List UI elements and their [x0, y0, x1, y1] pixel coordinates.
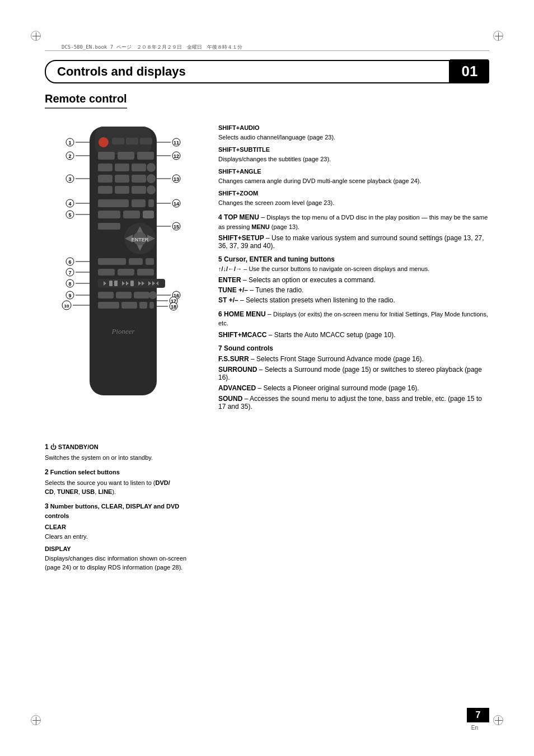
line-label: LINE	[98, 488, 112, 495]
desc-dash-6: –	[268, 310, 273, 318]
arrow-text: – Use the cursor buttons to navigate on-…	[242, 265, 429, 272]
svg-rect-54	[116, 292, 132, 298]
shift-zoom: SHIFT+ZOOM Changes the screen zoom level…	[218, 189, 489, 207]
svg-rect-5	[140, 138, 152, 144]
svg-text:2: 2	[68, 153, 71, 159]
svg-text:10: 10	[64, 304, 69, 309]
left-descriptions: 1 ⏻ STANDBY/ON Switches the system on or…	[45, 442, 202, 572]
cross-br	[495, 717, 503, 725]
desc-title-5: Cursor, ENTER and tuning buttons	[224, 255, 335, 263]
header-bar	[45, 50, 489, 51]
svg-text:15: 15	[174, 224, 179, 230]
fssurr-title: F.S.SURR	[218, 355, 249, 363]
svg-rect-25	[123, 211, 140, 218]
desc-item-4: 4 TOP MENU – Displays the top menu of a …	[218, 213, 489, 250]
main-content: Remote control	[45, 92, 489, 711]
desc-item-3: 3 Number buttons, CLEAR, DISPLAY and DVD…	[45, 501, 202, 572]
desc-title-6: HOME MENU	[224, 310, 266, 318]
svg-text:18: 18	[171, 304, 176, 310]
svg-rect-59	[139, 302, 147, 309]
shift-zoom-title: SHIFT+ZOOM	[218, 190, 258, 197]
shift-angle-text: Changes camera angle during DVD multi-an…	[218, 178, 421, 184]
svg-rect-13	[98, 175, 113, 183]
svg-text:4: 4	[68, 201, 71, 207]
mcacc-text: Starts the Auto MCACC setup (page 10).	[274, 331, 396, 339]
svg-text:5: 5	[68, 212, 71, 218]
svg-text:11: 11	[174, 140, 179, 146]
enter-text: Selects an option or executes a command.	[249, 276, 376, 284]
svg-rect-9	[98, 164, 113, 171]
svg-rect-11	[132, 164, 146, 171]
desc-text-1: Switches the system on or into standby.	[45, 453, 202, 463]
svg-rect-14	[115, 175, 129, 183]
display-title: DISPLAY	[45, 544, 202, 554]
sub-item-surround: SURROUND – Selects a Surround mode (page…	[218, 366, 489, 381]
section-title: Remote control	[45, 92, 127, 109]
desc-number-6: 6	[218, 310, 222, 318]
clear-title: CLEAR	[45, 522, 202, 532]
desc-item-5: 5 Cursor, ENTER and tuning buttons ↑/↓/←…	[218, 255, 489, 304]
svg-point-2	[99, 137, 109, 147]
shift-audio-text: Selects audio channel/language (page 23)…	[218, 134, 335, 141]
sub-item-tune: TUNE +/– – Tunes the radio.	[218, 286, 489, 294]
svg-rect-39	[118, 269, 134, 276]
page-number: 7	[467, 708, 489, 722]
desc-item-6: 6 HOME MENU – Displays (or exits) the on…	[218, 310, 489, 339]
svg-rect-40	[137, 269, 154, 276]
sound-dash: –	[245, 395, 250, 403]
arrows-label: ↑/↓/←/→	[218, 265, 242, 272]
remote-svg: ENTER	[59, 121, 188, 435]
chapter-header: Controls and displays 01	[45, 59, 489, 83]
desc-number-4: 4	[218, 213, 222, 221]
two-col-layout: ENTER	[45, 121, 489, 577]
sub-item-st: ST +/– – Selects station presets when li…	[218, 296, 489, 304]
svg-rect-10	[115, 164, 129, 171]
usb-label: USB	[82, 488, 95, 495]
advanced-dash: –	[257, 384, 263, 392]
svg-rect-27	[98, 223, 120, 230]
desc-number-5: 5	[218, 255, 222, 263]
shift-subtitle-title: SHIFT+SUBTITLE	[218, 146, 270, 153]
shift-angle-title: SHIFT+ANGLE	[218, 168, 261, 175]
left-column: ENTER	[45, 121, 202, 577]
chapter-title: Controls and displays	[57, 64, 186, 78]
svg-rect-57	[98, 302, 119, 309]
svg-text:14: 14	[174, 201, 179, 207]
svg-point-56	[149, 291, 157, 299]
desc-number-3: 3	[45, 502, 49, 510]
desc-title-3: Number buttons, CLEAR, DISPLAY and DVD c…	[45, 503, 179, 519]
desc-item-1: 1 ⏻ STANDBY/ON Switches the system on or…	[45, 442, 202, 463]
svg-rect-18	[115, 186, 129, 194]
desc-item-7: 7 Sound controls F.S.SURR – Selects Fron…	[218, 344, 489, 410]
shift-angle: SHIFT+ANGLE Changes camera angle during …	[218, 167, 489, 185]
chapter-number: 01	[450, 59, 489, 83]
shift-audio: SHIFT+AUDIO Selects audio channel/langua…	[218, 123, 489, 142]
shift-subtitle: SHIFT+SUBTITLE Displays/changes the subt…	[218, 145, 489, 164]
st-title: ST +/–	[218, 296, 238, 304]
svg-text:13: 13	[174, 176, 179, 182]
svg-rect-21	[98, 199, 129, 207]
desc-title-7: Sound controls	[224, 344, 273, 352]
corner-mark-tr	[493, 31, 503, 41]
svg-text:8: 8	[68, 281, 71, 287]
svg-rect-17	[98, 186, 113, 194]
tune-dash: –	[250, 286, 255, 294]
surround-title: SURROUND	[218, 366, 257, 374]
fssurr-dash: –	[251, 355, 256, 363]
desc-title-2: Function select buttons	[50, 469, 120, 475]
corner-mark-bl	[31, 715, 41, 725]
menu-bold: MENU	[251, 223, 269, 230]
svg-rect-6	[98, 152, 115, 160]
desc-title-1: STANDBY/ON	[58, 444, 99, 450]
desc-text-5: ↑/↓/←/→ – Use the cursor buttons to navi…	[218, 264, 489, 274]
page-lang: En	[471, 725, 478, 731]
desc-number-1: 1	[45, 443, 49, 451]
sub-item-display: DISPLAY Displays/changes disc informatio…	[45, 544, 202, 572]
shift-zoom-text: Changes the screen zoom level (page 23).	[218, 199, 334, 206]
svg-rect-22	[132, 199, 146, 207]
svg-rect-24	[98, 211, 120, 218]
svg-rect-60	[149, 302, 154, 309]
svg-rect-8	[137, 152, 154, 160]
st-text: Selects station presets when listening t…	[246, 296, 395, 304]
svg-rect-58	[121, 302, 137, 309]
